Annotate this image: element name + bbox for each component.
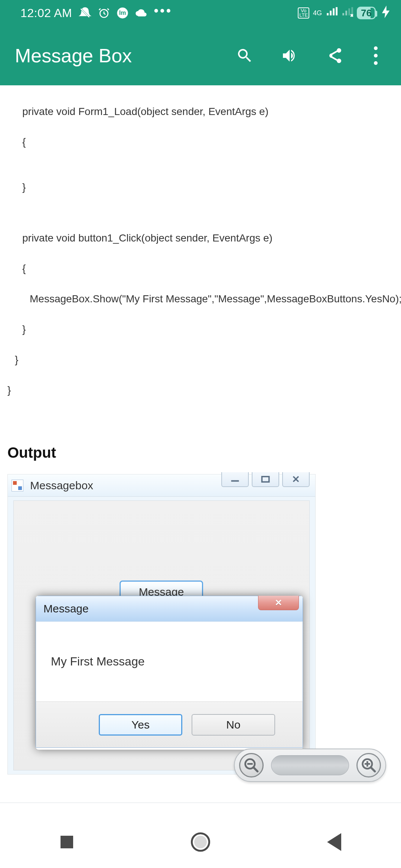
page-title: Message Box bbox=[15, 45, 234, 67]
battery-indicator: 76 bbox=[357, 7, 376, 19]
svg-rect-4 bbox=[262, 477, 269, 482]
appbar-actions bbox=[234, 45, 382, 66]
nav-home-button[interactable] bbox=[189, 831, 212, 853]
nav-back-button[interactable] bbox=[323, 831, 345, 853]
content-divider bbox=[0, 802, 401, 803]
overflow-menu-button[interactable] bbox=[369, 46, 382, 65]
window-close-button[interactable]: ✕ bbox=[282, 472, 310, 487]
zoom-in-button[interactable] bbox=[356, 753, 381, 777]
zoom-slider[interactable] bbox=[271, 755, 349, 775]
network-4g: 4G bbox=[313, 10, 322, 16]
window-system-buttons: ✕ bbox=[221, 472, 310, 487]
dialog-title: Message bbox=[43, 602, 89, 615]
minimize-button[interactable] bbox=[221, 472, 249, 487]
zoom-control bbox=[234, 749, 386, 782]
minimize-icon bbox=[230, 476, 240, 483]
svg-text:lm: lm bbox=[119, 10, 126, 16]
read-aloud-button[interactable] bbox=[279, 45, 300, 66]
code-line: private void Form1_Load(object sender, E… bbox=[7, 104, 394, 119]
code-line: } bbox=[7, 322, 394, 337]
nav-recent-button[interactable] bbox=[56, 831, 78, 853]
volte-icon: Vo LTE bbox=[298, 7, 309, 19]
dialog-footer: Yes No bbox=[36, 701, 303, 748]
code-line: } bbox=[7, 352, 394, 368]
button-label: No bbox=[226, 719, 240, 731]
page-content[interactable]: private void Form1_Load(object sender, E… bbox=[0, 85, 401, 775]
code-line: MessageBox.Show("My First Message","Mess… bbox=[7, 291, 394, 307]
code-line: { bbox=[7, 134, 394, 150]
dialog-titlebar: Message ✕ bbox=[36, 596, 303, 622]
signal-icon-1 bbox=[326, 7, 338, 20]
zoom-in-icon bbox=[361, 757, 377, 773]
close-icon: ✕ bbox=[275, 598, 282, 608]
dialog-yes-button[interactable]: Yes bbox=[99, 714, 182, 736]
cloud-icon bbox=[135, 8, 147, 18]
signal-icon-2 bbox=[341, 7, 353, 20]
back-icon bbox=[327, 833, 341, 851]
parent-window-titlebar: Messagebox ✕ bbox=[8, 474, 315, 497]
battery-pct: 76 bbox=[361, 7, 372, 19]
speaker-icon bbox=[281, 47, 299, 65]
code-line: } bbox=[7, 382, 394, 398]
system-navbar bbox=[0, 816, 401, 868]
form-icon bbox=[12, 480, 23, 491]
output-screenshot: Messagebox ✕ Message Message bbox=[7, 474, 316, 775]
alarm-icon bbox=[98, 7, 110, 19]
dot-icon bbox=[374, 54, 378, 57]
maximize-icon bbox=[261, 476, 270, 483]
code-listing: private void Form1_Load(object sender, E… bbox=[7, 104, 394, 398]
svg-rect-3 bbox=[231, 480, 239, 482]
mute-icon bbox=[79, 7, 91, 19]
recent-icon bbox=[61, 836, 73, 848]
code-line: private void button1_Click(object sender… bbox=[7, 230, 394, 246]
dialog-no-button[interactable]: No bbox=[192, 714, 275, 736]
status-bar: 12:02 AM lm ••• Vo LTE 4G bbox=[0, 0, 401, 26]
dialog-message: My First Message bbox=[51, 655, 144, 668]
home-icon bbox=[191, 832, 210, 852]
charging-icon bbox=[382, 6, 390, 21]
app-badge-icon: lm bbox=[117, 7, 128, 19]
svg-line-9 bbox=[371, 767, 375, 772]
parent-window-title: Messagebox bbox=[30, 479, 93, 492]
code-line: { bbox=[7, 261, 394, 276]
dialog-body: My First Message bbox=[36, 622, 303, 701]
search-icon bbox=[236, 47, 254, 65]
dialog-close-button[interactable]: ✕ bbox=[258, 596, 299, 610]
output-heading: Output bbox=[7, 444, 394, 461]
share-icon bbox=[326, 47, 343, 65]
status-left: 12:02 AM lm ••• bbox=[20, 6, 172, 20]
close-icon: ✕ bbox=[292, 474, 300, 485]
message-dialog: Message ✕ My First Message Yes No bbox=[36, 596, 303, 750]
status-right: Vo LTE 4G 76 bbox=[298, 6, 390, 21]
app-bar: Message Box bbox=[0, 26, 401, 85]
zoom-out-icon bbox=[243, 757, 260, 773]
zoom-out-button[interactable] bbox=[239, 753, 264, 777]
maximize-button[interactable] bbox=[252, 472, 279, 487]
code-line: } bbox=[7, 180, 394, 195]
search-button[interactable] bbox=[234, 45, 255, 66]
svg-line-6 bbox=[254, 767, 258, 772]
dot-icon bbox=[374, 46, 378, 50]
dot-icon bbox=[374, 61, 378, 65]
share-button[interactable] bbox=[324, 45, 345, 66]
status-time: 12:02 AM bbox=[20, 6, 72, 20]
button-label: Yes bbox=[131, 719, 150, 731]
